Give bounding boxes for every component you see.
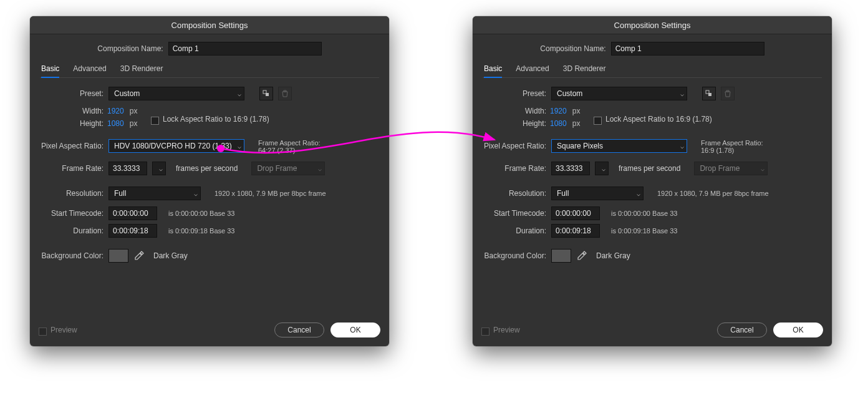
far-value: 64:27 (2.37)	[258, 147, 321, 154]
composition-settings-dialog-after: Composition Settings Composition Name: B…	[473, 16, 832, 346]
ok-button[interactable]: OK	[773, 323, 823, 337]
dialog-title: Composition Settings	[30, 16, 389, 34]
delete-preset-button	[278, 87, 292, 100]
bg-color-swatch[interactable]	[109, 249, 128, 263]
preview-label: Preview	[51, 326, 77, 334]
chevron-down-icon: ⌵	[680, 90, 684, 97]
width-value[interactable]: 1920	[550, 107, 567, 115]
chevron-down-icon: ⌵	[238, 90, 241, 97]
par-label: Pixel Aspect Ratio:	[483, 139, 546, 150]
fps-unit: frames per second	[619, 164, 680, 173]
resolution-label: Resolution:	[483, 189, 546, 198]
lock-aspect-checkbox[interactable]	[594, 117, 602, 125]
chevron-down-icon: ⌵	[602, 165, 605, 172]
start-tc-input[interactable]	[551, 206, 600, 220]
chevron-down-icon: ⌵	[318, 165, 322, 172]
comp-name-input[interactable]	[611, 42, 764, 56]
duration-input[interactable]	[109, 224, 157, 238]
comp-name-label: Composition Name:	[540, 44, 605, 53]
framerate-input[interactable]	[109, 162, 147, 175]
width-label: Width:	[40, 107, 104, 115]
preset-select[interactable]: Custom ⌵	[109, 87, 244, 100]
chevron-down-icon: ⌵	[238, 143, 241, 150]
width-unit: px	[130, 107, 138, 115]
dropframe-select: Drop Frame ⌵	[251, 162, 325, 175]
tab-3d-renderer[interactable]: 3D Renderer	[120, 64, 163, 77]
preset-label: Preset:	[40, 89, 104, 98]
far-label: Frame Aspect Ratio:	[701, 139, 763, 147]
pixel-aspect-ratio-select[interactable]: Square Pixels ⌵	[551, 139, 687, 153]
ok-button[interactable]: OK	[330, 323, 380, 337]
tab-advanced[interactable]: Advanced	[516, 64, 549, 77]
cancel-button[interactable]: Cancel	[717, 323, 767, 337]
save-preset-button[interactable]	[259, 87, 273, 100]
resolution-select[interactable]: Full ⌵	[109, 187, 201, 200]
tab-basic[interactable]: Basic	[41, 64, 59, 78]
start-tc-input[interactable]	[109, 206, 157, 220]
start-tc-label: Start Timecode:	[40, 209, 104, 218]
dropframe-label: Drop Frame	[257, 164, 297, 173]
resolution-label: Resolution:	[40, 189, 104, 198]
comp-name-label: Composition Name:	[97, 44, 163, 53]
composition-settings-dialog-before: Composition Settings Composition Name: B…	[30, 16, 389, 346]
cancel-button[interactable]: Cancel	[274, 323, 324, 337]
par-value: Square Pixels	[557, 142, 603, 150]
chevron-down-icon: ⌵	[194, 190, 198, 197]
preview-checkbox	[481, 328, 489, 336]
resolution-select[interactable]: Full ⌵	[551, 187, 644, 200]
resolution-value: Full	[114, 189, 126, 198]
pixel-aspect-ratio-select[interactable]: HDV 1080/DVCPRO HD 720 (1.33) ⌵	[109, 139, 244, 153]
width-value[interactable]: 1920	[107, 107, 124, 115]
height-unit: px	[130, 119, 138, 128]
par-label: Pixel Aspect Ratio:	[40, 139, 104, 150]
dropframe-select: Drop Frame ⌵	[694, 162, 768, 175]
framerate-input[interactable]	[551, 162, 590, 175]
lock-aspect-checkbox[interactable]	[151, 117, 159, 125]
tab-3d-renderer[interactable]: 3D Renderer	[563, 64, 606, 77]
duration-label: Duration:	[483, 226, 546, 235]
preset-value: Custom	[114, 89, 140, 98]
height-label: Height:	[40, 119, 104, 128]
far-value: 16:9 (1.78)	[701, 147, 763, 154]
width-label: Width:	[483, 107, 546, 115]
bg-name: Dark Gray	[596, 251, 630, 260]
svg-rect-1	[266, 93, 269, 96]
height-value[interactable]: 1080	[107, 119, 124, 128]
preset-select[interactable]: Custom ⌵	[551, 87, 687, 100]
fps-unit: frames per second	[176, 164, 238, 173]
tab-basic[interactable]: Basic	[484, 64, 502, 78]
height-label: Height:	[483, 119, 546, 128]
duration-input[interactable]	[551, 224, 600, 238]
chevron-down-icon: ⌵	[637, 190, 640, 197]
delete-preset-button	[721, 87, 735, 100]
resolution-value: Full	[557, 189, 569, 198]
tabs: Basic Advanced 3D Renderer	[483, 64, 822, 78]
bg-name: Dark Gray	[153, 251, 188, 260]
tab-advanced[interactable]: Advanced	[73, 64, 106, 77]
far-label: Frame Aspect Ratio:	[258, 139, 321, 147]
chevron-down-icon: ⌵	[761, 165, 764, 172]
par-value: HDV 1080/DVCPRO HD 720 (1.33)	[114, 142, 232, 150]
dialog-title: Composition Settings	[473, 16, 832, 34]
comp-name-input[interactable]	[168, 42, 322, 56]
eyedropper-icon[interactable]	[133, 250, 145, 261]
chevron-down-icon: ⌵	[159, 165, 163, 172]
framerate-dropdown[interactable]: ⌵	[152, 162, 166, 175]
resolution-info: 1920 x 1080, 7.9 MB per 8bpc frame	[657, 190, 769, 197]
framerate-label: Frame Rate:	[40, 164, 104, 173]
dropframe-label: Drop Frame	[700, 164, 740, 173]
width-unit: px	[572, 107, 581, 115]
preview-label: Preview	[493, 326, 520, 334]
framerate-dropdown[interactable]: ⌵	[595, 162, 609, 175]
bg-label: Background Color:	[483, 251, 546, 260]
duration-info: is 0:00:09:18 Base 33	[611, 227, 677, 235]
svg-rect-3	[708, 93, 711, 96]
start-tc-info: is 0:00:00:00 Base 33	[168, 210, 234, 217]
duration-label: Duration:	[40, 226, 104, 235]
lock-aspect-label: Lock Aspect Ratio to 16:9 (1.78)	[163, 115, 269, 124]
eyedropper-icon[interactable]	[576, 250, 587, 261]
bg-color-swatch[interactable]	[551, 249, 571, 263]
height-value[interactable]: 1080	[550, 119, 567, 128]
duration-info: is 0:00:09:18 Base 33	[168, 227, 234, 235]
save-preset-button[interactable]	[702, 87, 716, 100]
